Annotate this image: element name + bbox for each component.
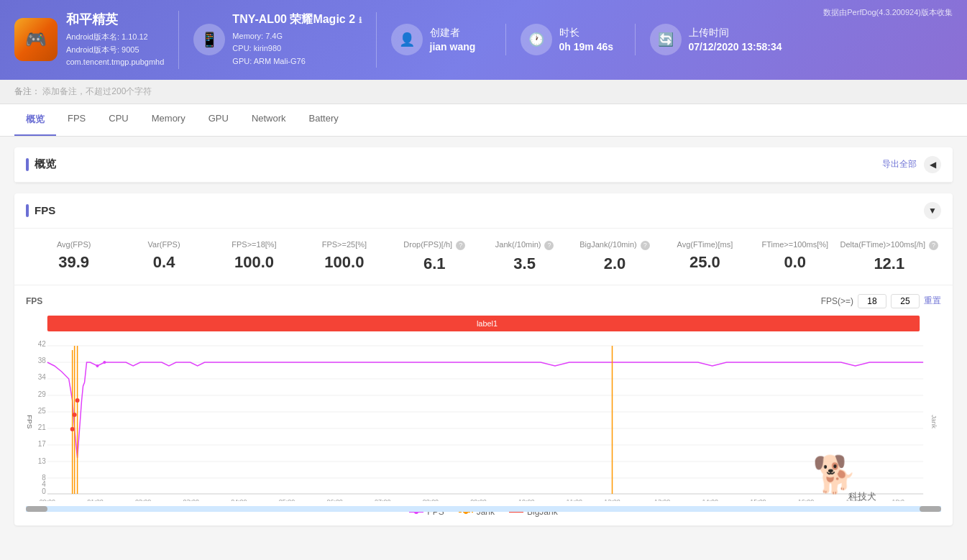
fps-chart-scrollbar[interactable] xyxy=(26,506,941,512)
svg-text:16:00: 16:00 xyxy=(798,498,814,501)
svg-text:label1: label1 xyxy=(477,319,498,328)
device-meta: Memory: 7.4G CPU: kirin980 GPU: ARM Mali… xyxy=(232,30,361,68)
svg-text:09:00: 09:00 xyxy=(470,498,486,501)
svg-text:08:00: 08:00 xyxy=(423,498,439,501)
notes-label: 备注： xyxy=(14,86,40,96)
svg-text:10:00: 10:00 xyxy=(518,498,534,501)
app-package: com.tencent.tmgp.pubgmhd xyxy=(66,56,164,69)
svg-point-34 xyxy=(103,361,106,364)
svg-point-33 xyxy=(96,364,98,367)
tab-fps[interactable]: FPS xyxy=(56,104,97,136)
fps-input-25[interactable] xyxy=(891,294,920,308)
fps-chart-container: label1 42 38 34 29 25 21 17 13 8 4 0 2 0 xyxy=(26,314,941,501)
fps-stats-grid: Avg(FPS) 39.9 Var(FPS) 0.4 FPS>=18[%] 10… xyxy=(14,229,953,285)
svg-point-30 xyxy=(70,427,75,431)
tab-gpu[interactable]: GPU xyxy=(197,104,240,136)
drop-fps-help-icon[interactable]: ? xyxy=(456,241,465,250)
app-version-name: Android版本名: 1.10.12 xyxy=(66,31,164,44)
creator-stat: 👤 创建者 jian wang xyxy=(391,24,506,55)
stat-fps-25: FPS>=25[%] 100.0 xyxy=(299,240,389,273)
nav-tabs: 概览 FPS CPU Memory GPU Network Battery xyxy=(0,104,967,137)
fps-threshold-controls: FPS(>=) 重置 xyxy=(821,294,941,308)
fps-section: FPS ▼ Avg(FPS) 39.9 Var(FPS) 0.4 FPS>=18… xyxy=(14,193,953,525)
app-details: 和平精英 Android版本名: 1.10.12 Android版本号: 900… xyxy=(66,11,164,69)
overview-title-bar xyxy=(26,158,29,171)
fps-title: FPS xyxy=(26,204,55,217)
scrollbar-thumb-right[interactable] xyxy=(920,506,941,512)
export-all-button[interactable]: 导出全部 xyxy=(882,158,917,170)
tab-cpu[interactable]: CPU xyxy=(97,104,139,136)
app-name: 和平精英 xyxy=(66,11,164,28)
tab-battery[interactable]: Battery xyxy=(298,104,350,136)
fps-title-bar xyxy=(26,204,29,217)
tab-overview[interactable]: 概览 xyxy=(14,104,56,136)
stat-var-fps: Var(FPS) 0.4 xyxy=(119,240,208,273)
fps-section-header: FPS ▼ xyxy=(14,193,953,229)
stat-jank: Jank(/10min) ? 3.5 xyxy=(480,240,569,273)
creator-icon: 👤 xyxy=(391,24,423,55)
upload-value: 07/12/2020 13:58:34 xyxy=(689,41,782,52)
main-content: 概览 导出全部 ◀ FPS ▼ Avg(FPS) 39.9 xyxy=(0,137,967,547)
tab-memory[interactable]: Memory xyxy=(140,104,197,136)
overview-section: 概览 导出全部 ◀ xyxy=(14,147,953,183)
creator-info: 创建者 jian wang xyxy=(430,27,476,52)
svg-text:38: 38 xyxy=(38,357,47,364)
upload-time-stat: 🔄 上传时间 07/12/2020 13:58:34 xyxy=(650,24,797,55)
fps-chart-header: FPS FPS(>=) 重置 xyxy=(26,294,941,308)
device-details: TNY-AL00 荣耀Magic 2 ℹ Memory: 7.4G CPU: k… xyxy=(232,12,361,68)
overview-title: 概览 xyxy=(26,157,56,171)
stat-fps-18: FPS>=18[%] 100.0 xyxy=(209,240,299,273)
svg-text:01:00: 01:00 xyxy=(87,498,103,501)
svg-text:11:00: 11:00 xyxy=(567,498,582,501)
device-name: TNY-AL00 荣耀Magic 2 ℹ xyxy=(232,12,361,27)
svg-text:12:00: 12:00 xyxy=(604,498,620,501)
svg-text:02:00: 02:00 xyxy=(135,498,151,501)
device-icon: 📱 xyxy=(193,24,225,55)
delta-ftime-help-icon[interactable]: ? xyxy=(929,241,938,250)
svg-text:07:00: 07:00 xyxy=(375,498,390,501)
upload-icon: 🔄 xyxy=(650,24,682,55)
notes-placeholder[interactable]: 添加备注，不超过200个字符 xyxy=(42,86,152,96)
stat-bigjank: BigJank(/10min) ? 2.0 xyxy=(569,240,659,273)
bigjank-help-icon[interactable]: ? xyxy=(641,241,650,250)
svg-text:18:0: 18:0 xyxy=(892,498,904,501)
perfdog-note: 数据由PerfDog(4.3.200924)版本收集 xyxy=(823,7,953,18)
app-info: 🎮 和平精英 Android版本名: 1.10.12 Android版本号: 9… xyxy=(14,11,179,69)
jank-help-icon[interactable]: ? xyxy=(544,241,554,250)
svg-text:15:00: 15:00 xyxy=(750,498,766,501)
upload-info: 上传时间 07/12/2020 13:58:34 xyxy=(689,27,782,52)
fps-input-18[interactable] xyxy=(858,294,886,308)
overview-collapse-btn[interactable]: ◀ xyxy=(924,156,941,173)
svg-text:00:00: 00:00 xyxy=(40,498,55,501)
stat-avg-fps: Avg(FPS) 39.9 xyxy=(29,240,119,273)
stat-delta-ftime: Delta(FTime)>100ms[/h] ? 12.1 xyxy=(840,240,939,273)
notes-bar: 备注： 添加备注，不超过200个字符 xyxy=(0,80,967,104)
fps-reset-button[interactable]: 重置 xyxy=(924,295,941,307)
svg-text:06:00: 06:00 xyxy=(326,498,342,501)
fps-collapse-btn[interactable]: ▼ xyxy=(924,202,941,219)
svg-point-31 xyxy=(73,413,77,417)
svg-point-32 xyxy=(75,398,80,403)
svg-text:科技犬: 科技犬 xyxy=(848,491,876,501)
scrollbar-thumb-left[interactable] xyxy=(26,506,47,512)
svg-text:14:00: 14:00 xyxy=(702,498,718,501)
svg-text:13: 13 xyxy=(38,457,47,465)
device-cpu: CPU: kirin980 xyxy=(232,42,361,55)
svg-text:29: 29 xyxy=(38,390,47,398)
tab-network[interactable]: Network xyxy=(240,104,298,136)
svg-text:🐕: 🐕 xyxy=(812,453,858,496)
stat-ftime-100: FTime>=100ms[%] 0.0 xyxy=(750,240,840,273)
device-info: 📱 TNY-AL00 荣耀Magic 2 ℹ Memory: 7.4G CPU:… xyxy=(193,12,376,68)
app-version-label: Android版本名: 1.10.12 Android版本号: 9005 com… xyxy=(66,31,164,69)
svg-text:17: 17 xyxy=(38,440,47,448)
creator-label: 创建者 xyxy=(430,27,476,40)
device-info-icon: ℹ xyxy=(359,16,362,24)
fps-chart-area: FPS FPS(>=) 重置 label1 42 38 34 xyxy=(14,285,953,525)
fps-chart-svg: label1 42 38 34 29 25 21 17 13 8 4 0 2 0 xyxy=(26,314,941,501)
duration-label: 时长 xyxy=(559,27,614,40)
svg-text:Jank: Jank xyxy=(930,415,938,429)
app-icon: 🎮 xyxy=(14,18,58,61)
device-gpu: GPU: ARM Mali-G76 xyxy=(232,55,361,68)
overview-section-header: 概览 导出全部 ◀ xyxy=(14,147,953,183)
device-memory: Memory: 7.4G xyxy=(232,30,361,43)
